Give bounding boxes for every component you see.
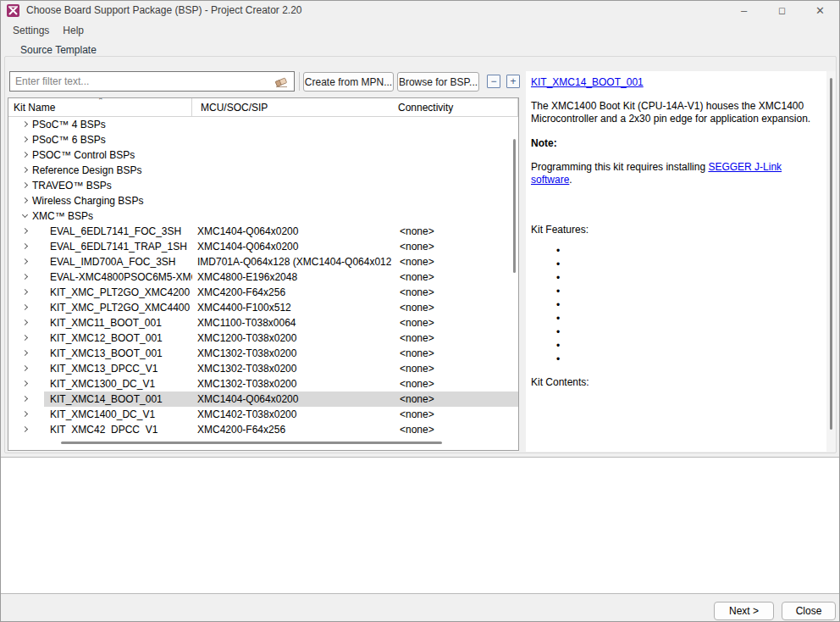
mcu-cell: XMC4800-E196x2048 xyxy=(192,271,391,283)
create-from-mpn-button[interactable]: Create from MPN... xyxy=(303,72,394,92)
kit-features-list xyxy=(556,244,819,366)
close-window-button[interactable]: ✕ xyxy=(801,1,839,19)
mcu-cell: XMC4200-F64x256 xyxy=(192,424,391,433)
table-row[interactable]: KIT_XMC13_DPCC_V1 XMC1302-T038x0200 <non… xyxy=(8,361,518,376)
filter-placeholder: Enter filter text... xyxy=(15,75,274,87)
table-row[interactable]: PSOC™ Control BSPs xyxy=(8,147,518,163)
mcu-cell xyxy=(192,180,391,192)
table-row[interactable]: EVAL_6EDL7141_FOC_3SH XMC1404-Q064x0200 … xyxy=(8,224,518,239)
log-line xyxy=(5,526,840,540)
kit-contents-label: Kit Contents: xyxy=(531,376,819,389)
sort-indicator-icon: ⌃ xyxy=(97,97,104,105)
window-title: Choose Board Support Package (BSP) - Pro… xyxy=(26,4,302,16)
menu-settings[interactable]: Settings xyxy=(6,21,56,40)
kit-name-cell: KIT_XMC14_BOOT_001 xyxy=(8,393,192,405)
kit-feature-item xyxy=(556,298,819,312)
table-row[interactable]: KIT_XMC1300_DC_V1 XMC1302-T038x0200 <non… xyxy=(8,376,518,392)
kit-title-link[interactable]: KIT_XMC14_BOOT_001 xyxy=(531,76,644,89)
kit-name-cell: KIT_XMC11_BOOT_001 xyxy=(8,317,192,329)
kit-name-cell: KIT_XMC13_BOOT_001 xyxy=(8,347,192,359)
mcu-cell: IMD701A-Q064x128 (XMC1404-Q064x0128) xyxy=(192,256,391,268)
log-line xyxy=(5,567,840,580)
table-row[interactable]: Wireless Charging BSPs xyxy=(8,193,518,208)
kit-feature-item xyxy=(556,244,819,258)
table-row[interactable]: KIT_XMC_PLT2GO_XMC4200 XMC4200-F64x256 <… xyxy=(8,285,518,300)
column-header-mcu[interactable]: MCU/SOC/SIP xyxy=(192,98,391,116)
mcu-cell: XMC1302-T038x0200 xyxy=(192,378,391,390)
log-line xyxy=(5,499,840,513)
table-row[interactable]: TRAVEO™ BSPs xyxy=(8,178,518,193)
connectivity-cell xyxy=(391,180,518,192)
collapse-all-button[interactable]: − xyxy=(487,75,500,88)
log-output-panel[interactable] xyxy=(1,457,840,594)
kit-name-cell: KIT_XMC42_DPCC_V1 xyxy=(8,424,192,433)
table-row[interactable]: KIT_XMC11_BOOT_001 XMC1100-T038x0064 <no… xyxy=(8,315,518,330)
table-row[interactable]: PSoC™ 6 BSPs xyxy=(8,132,518,147)
table-row[interactable]: KIT_XMC1400_DC_V1 XMC1402-T038x0200 <non… xyxy=(8,407,518,422)
mcu-cell: XMC1404-Q064x0200 xyxy=(192,225,391,237)
kit-name-cell: Reference Design BSPs xyxy=(8,164,192,176)
table-row[interactable]: KIT_XMC42_DPCC_V1 XMC4200-F64x256 <none> xyxy=(8,422,518,433)
log-line xyxy=(5,458,840,472)
kit-name-cell: KIT_XMC1400_DC_V1 xyxy=(8,408,192,420)
table-row[interactable]: PSoC™ 4 BSPs xyxy=(8,117,518,132)
detail-scrollbar-thumb[interactable] xyxy=(830,78,832,430)
clear-filter-eraser-icon[interactable] xyxy=(274,75,289,88)
expand-all-button[interactable]: + xyxy=(506,75,520,88)
kit-name-cell: EVAL_6EDL7141_FOC_3SH xyxy=(8,225,192,237)
kit-name-cell: Wireless Charging BSPs xyxy=(8,195,192,207)
kit-name-cell: KIT_XMC12_BOOT_001 xyxy=(8,332,192,344)
connectivity-cell: <none> xyxy=(391,317,518,329)
table-row[interactable]: EVAL_IMD700A_FOC_3SH IMD701A-Q064x128 (X… xyxy=(8,254,518,269)
log-line xyxy=(5,540,840,553)
minimize-button[interactable]: – xyxy=(725,1,763,19)
kit-name-cell: PSoC™ 6 BSPs xyxy=(8,134,192,146)
column-header-connectivity[interactable]: Connectivity xyxy=(391,98,518,116)
mcu-cell xyxy=(192,134,391,146)
log-line xyxy=(5,580,840,594)
tree-horizontal-scrollbar-thumb[interactable] xyxy=(61,442,442,444)
kit-features-label: Kit Features: xyxy=(531,224,819,236)
log-line xyxy=(5,472,840,486)
table-row[interactable]: EVAL-XMC4800PSOC6M5-XMC XMC4800-E196x204… xyxy=(8,269,518,285)
table-row[interactable]: KIT_XMC_PLT2GO_XMC4400 XMC4400-F100x512 … xyxy=(8,300,518,315)
connectivity-cell: <none> xyxy=(391,408,518,420)
mcu-cell: XMC4200-F64x256 xyxy=(192,286,391,298)
mcu-cell xyxy=(192,119,391,131)
kit-name-cell: KIT_XMC13_DPCC_V1 xyxy=(8,363,192,375)
kit-feature-item xyxy=(556,325,819,339)
kit-feature-item xyxy=(556,339,819,353)
maximize-button[interactable]: ◻ xyxy=(763,1,801,19)
table-row[interactable]: Reference Design BSPs xyxy=(8,163,518,178)
close-button[interactable]: Close xyxy=(782,602,836,620)
browse-for-bsp-button[interactable]: Browse for BSP... xyxy=(397,72,479,92)
kit-name-cell: KIT_XMC_PLT2GO_XMC4400 xyxy=(8,302,192,314)
kit-name-cell: KIT_XMC_PLT2GO_XMC4200 xyxy=(8,286,192,298)
kit-feature-item xyxy=(556,271,819,285)
kit-name-cell: PSOC™ Control BSPs xyxy=(8,149,192,161)
kit-detail-panel: KIT_XMC14_BOOT_001 The XMC1400 Boot Kit … xyxy=(526,71,836,452)
kit-name-cell: XMC™ BSPs xyxy=(8,210,192,222)
table-row[interactable]: EVAL_6EDL7141_TRAP_1SH XMC1404-Q064x0200… xyxy=(8,239,518,254)
detail-scrollbar-track[interactable] xyxy=(826,71,836,452)
next-button[interactable]: Next > xyxy=(714,602,774,620)
connectivity-cell: <none> xyxy=(391,241,518,253)
tree-vertical-scrollbar-thumb[interactable] xyxy=(513,139,516,273)
mcu-cell xyxy=(192,149,391,161)
table-row[interactable]: KIT_XMC14_BOOT_001 XMC1404-Q064x0200 <no… xyxy=(8,392,518,407)
connectivity-cell xyxy=(391,149,518,161)
table-row[interactable]: XMC™ BSPs xyxy=(8,208,518,224)
kit-name-cell: EVAL-XMC4800PSOC6M5-XMC xyxy=(8,271,192,283)
connectivity-cell: <none> xyxy=(391,347,518,359)
filter-input[interactable]: Enter filter text... xyxy=(9,71,295,92)
menu-help[interactable]: Help xyxy=(56,21,91,40)
table-row[interactable]: KIT_XMC12_BOOT_001 XMC1200-T038x0200 <no… xyxy=(8,330,518,346)
kit-feature-item xyxy=(556,353,819,366)
connectivity-cell: <none> xyxy=(391,363,518,375)
mcu-cell: XMC1302-T038x0200 xyxy=(192,363,391,375)
note-prefix: Programming this kit requires installing xyxy=(531,161,708,173)
connectivity-cell: <none> xyxy=(391,225,518,237)
connectivity-cell xyxy=(391,210,518,222)
app-icon xyxy=(7,4,19,17)
table-row[interactable]: KIT_XMC13_BOOT_001 XMC1302-T038x0200 <no… xyxy=(8,346,518,361)
